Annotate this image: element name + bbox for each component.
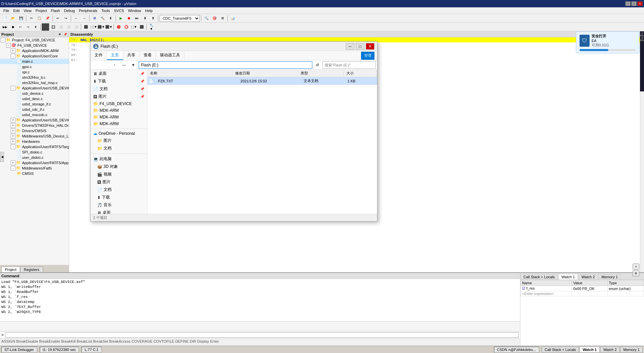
mw-fatfs-toggle[interactable]: - (11, 166, 15, 170)
tree-usb-t[interactable]: + 📁 Application/User/USB_DEVICE/T (0, 117, 69, 123)
fe-sidebar-mdk1[interactable]: 📁 MDK-ARM (91, 107, 147, 114)
undo-btn[interactable]: ↩ (54, 15, 61, 22)
t2-btn14[interactable]: ⬛▼ (105, 23, 113, 31)
fe-file-pzk[interactable]: 📄 PZK.TXT 2021/12/6 15:02 文本文档 1 KB (147, 77, 377, 85)
watch-row-enter[interactable]: <Enter expression> (521, 291, 644, 296)
tree-msp-c[interactable]: 📄 stm32f4xx_hal_msp.c (0, 80, 69, 85)
tree-spi-c[interactable]: 📄 spi.c (0, 69, 69, 75)
fe-tab-view[interactable]: 查看 (140, 51, 156, 60)
step-into-btn[interactable]: ⬇ (141, 15, 149, 22)
tree-user-diskio[interactable]: 📄 user_diskio.c (0, 155, 69, 160)
t2-btn11[interactable]: ⬛ (82, 23, 90, 31)
fe-fwd-btn[interactable]: → (101, 61, 109, 69)
tree-usbd-stor-c[interactable]: 📄 usbd_storage_if.c (0, 101, 69, 107)
mdk-toggle[interactable]: + (11, 48, 15, 53)
menu-window[interactable]: Window (126, 8, 143, 13)
tab-callstack[interactable]: Call Stack + Locals (542, 347, 579, 353)
fe-tab-share[interactable]: 共享 (123, 51, 140, 60)
fe-sidebar-mdk2[interactable]: 📁 MDK-ARM (91, 114, 147, 120)
fe-col-name-header[interactable]: 名称 (147, 70, 232, 77)
copy-btn[interactable]: 📋 (36, 15, 43, 22)
tree-f4[interactable]: - 🎯 F4_USB_DEVICE (0, 43, 69, 48)
core-toggle[interactable]: - (11, 54, 15, 58)
menu-svcs[interactable]: SVCS (112, 8, 126, 13)
tree-cmsis[interactable]: 📁 CMSIS (0, 171, 69, 176)
watch-icon-1[interactable]: ≡ (633, 264, 639, 270)
fe-home-btn[interactable]: — (120, 61, 128, 69)
function-dropdown[interactable]: CDC_TransmitFS (160, 15, 200, 22)
paste-btn[interactable]: 📌 (44, 15, 51, 22)
fe-tab-file[interactable]: 文件 (91, 51, 107, 60)
fe-sidebar-mdk3[interactable]: 📁 MDK-ARM (91, 120, 147, 127)
tree-mw-usb[interactable]: + 📁 Middlewares/USB_Device_Librar (0, 133, 69, 139)
tree-hw[interactable]: + 📁 Hardwares (0, 139, 69, 144)
fe-sidebar-music[interactable]: 🎵 音乐 (91, 201, 147, 209)
usb-t-toggle[interactable]: + (11, 118, 15, 122)
minimize-button[interactable]: ─ (625, 1, 631, 6)
fe-col-size-header[interactable]: 大小 (344, 70, 377, 77)
t2-btn2[interactable]: ⏹ (9, 23, 16, 31)
fe-manage-btn[interactable]: 管理 (361, 52, 374, 60)
menu-edit[interactable]: Edit (11, 8, 22, 13)
fe-sidebar-images[interactable]: 🖼 图片 📌 (91, 93, 147, 100)
t2-btn3[interactable]: ↩ (17, 23, 24, 31)
menu-file[interactable]: File (1, 8, 11, 13)
t2-btn12[interactable]: ⬜▼ (90, 23, 97, 31)
tree-usb-dev-c[interactable]: 📄 usb_device.c (0, 91, 69, 96)
nav-back-btn[interactable]: ← (72, 15, 80, 22)
tree-root[interactable]: - 📁 Project: F4_USB_DEVICE (0, 37, 69, 43)
fe-sidebar-pc-docs[interactable]: 📄 文档 (91, 186, 147, 194)
menu-debug[interactable]: Debug (62, 8, 77, 13)
fe-back-btn[interactable]: ← (92, 61, 100, 69)
fe-tab-home[interactable]: 主页 (107, 51, 123, 60)
download-btn[interactable]: ⬇ (107, 15, 114, 22)
panel-close-icon[interactable]: ✕ (57, 32, 62, 37)
t2-btn10[interactable]: ⬜ (72, 23, 80, 31)
rebuild-btn[interactable]: 🔨 (99, 15, 106, 22)
t2-btn9[interactable]: ⬜ (65, 23, 72, 31)
search-btn[interactable]: 🔍 (203, 15, 210, 22)
tree-drv-cmsis[interactable]: + 📁 Drivers/CMSIS (0, 128, 69, 133)
panel-pin-icon[interactable]: 📌 (63, 32, 67, 37)
fe-sidebar-od-docs[interactable]: 📁 文档 (91, 144, 147, 152)
fe-sidebar-pc-dl[interactable]: ⬇ 下载 (91, 194, 147, 201)
tab-registers[interactable]: Registers (20, 267, 43, 272)
step-over-btn[interactable]: ⏭ (133, 15, 141, 22)
tree-core[interactable]: - 📁 Application/User/Core (0, 53, 69, 59)
target-btn[interactable]: 🎯 (211, 15, 218, 22)
tab-watch1-active[interactable]: Watch 1 (580, 347, 600, 353)
fe-sidebar-onedrive[interactable]: ☁ OneDrive - Personal (91, 130, 147, 137)
tree-usbd-desc-c[interactable]: 📄 usbd_desc.c (0, 96, 69, 101)
tree-it-c[interactable]: 📄 stm32f4xx_it.c (0, 75, 69, 80)
fe-sidebar-pc[interactable]: 💻 此电脑 (91, 155, 147, 163)
t2-btn18[interactable]: ⬛ (138, 23, 145, 31)
menu-project[interactable]: Project (33, 8, 49, 13)
tab-watch2[interactable]: Watch 2 (600, 347, 620, 353)
t2-btn6[interactable]: ⬛ (42, 23, 49, 31)
tree-mw-fatfs[interactable]: - 📁 Middlewares/Fatfs (0, 165, 69, 171)
t2-btn13[interactable]: ⬛▼ (98, 23, 105, 31)
cut-btn[interactable]: ✂ (28, 15, 35, 22)
fe-down-btn[interactable]: ▼ (129, 61, 137, 69)
settings-btn[interactable]: ⚙ (219, 15, 226, 22)
fe-sidebar-desktop[interactable]: 🖥 桌面 📌 (91, 70, 147, 77)
step-out-btn[interactable]: ⬆ (149, 15, 157, 22)
hw-toggle[interactable]: + (11, 139, 15, 144)
fe-close-btn[interactable]: ✕ (366, 43, 374, 50)
fe-minimize-btn[interactable]: ─ (346, 43, 354, 50)
menu-view[interactable]: View (22, 8, 34, 13)
fe-sidebar-od-imgs[interactable]: 📁 图片 (91, 137, 147, 144)
t2-btn8[interactable]: ⬜ (57, 23, 64, 31)
tab-project[interactable]: Project (1, 267, 20, 272)
fe-search-input[interactable] (322, 61, 376, 69)
t2-btn4[interactable]: ↪ (24, 23, 32, 31)
tree-usbd-cdc-c[interactable]: 📄 usbd_cdc_if.c (0, 107, 69, 112)
save-btn[interactable]: 💾 (17, 15, 25, 22)
menu-peripherals[interactable]: Peripherals (77, 8, 100, 13)
drv-cmsis-toggle[interactable]: + (11, 128, 15, 133)
tree-spi-diskio[interactable]: 📄 SPI_diskio.c (0, 149, 69, 155)
t2-btn1[interactable]: ▶▶ (1, 23, 9, 31)
nav-fwd-btn[interactable]: → (80, 15, 88, 22)
command-input[interactable] (5, 332, 519, 338)
maximize-button[interactable]: □ (631, 1, 637, 6)
